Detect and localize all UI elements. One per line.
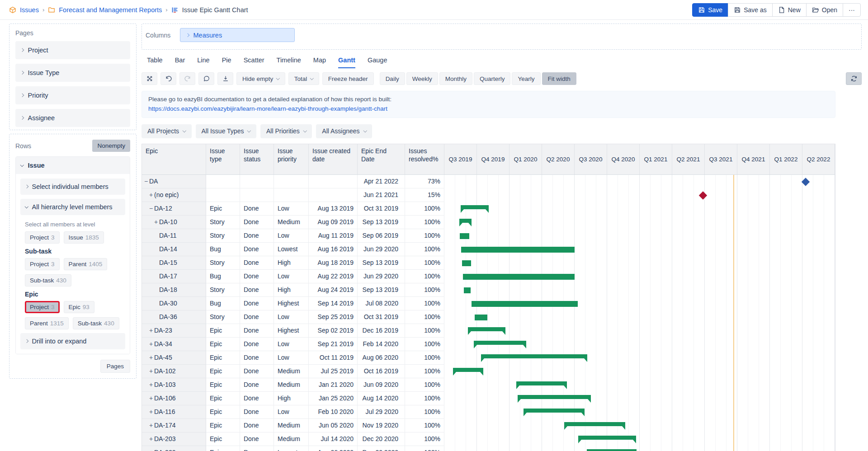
row-expander[interactable]: + [149,365,154,378]
zoom-quarterly[interactable]: Quarterly [474,72,511,85]
refresh-icon-button[interactable] [846,72,862,85]
documentation-link[interactable]: https://docs.eazybi.com/eazybijira/learn… [148,105,387,112]
tab-map[interactable]: Map [313,56,326,68]
open-button[interactable]: Open [806,3,843,17]
issue-status-cell: Done [240,432,274,446]
total-dropdown[interactable]: Total [288,72,319,85]
gantt-bar[interactable] [564,422,625,426]
row-expander[interactable]: − [149,202,154,215]
tab-gantt[interactable]: Gantt [338,56,355,68]
gantt-bar[interactable] [518,395,591,399]
epic-tag-epic[interactable]: Epic93 [64,301,94,313]
zoom-fit-width[interactable]: Fit width [542,72,576,85]
drill-into-or-expand[interactable]: Drill into or expand [20,333,125,349]
gantt-bar[interactable] [524,409,585,413]
column-header-epic-end-date[interactable]: Epic End Date [358,144,405,174]
tab-bar[interactable]: Bar [175,56,185,68]
gantt-bar[interactable] [474,341,526,345]
sidebar-page-item-assignee[interactable]: Assignee [15,109,130,127]
new-button[interactable]: New [772,3,807,17]
move-to-pages-button[interactable]: Pages [100,360,130,373]
gantt-bar[interactable] [461,247,575,253]
gantt-bar[interactable] [460,233,470,239]
issue-status-cell: Done [240,270,274,283]
gantt-bar[interactable] [459,219,472,223]
gantt-bar[interactable] [463,274,575,280]
level-tag-issue[interactable]: Issue1835 [64,231,104,244]
row-expander[interactable]: + [149,351,154,364]
epic-tag-project[interactable]: Project3 [25,301,60,313]
measures-dimension-pill[interactable]: Measures [180,28,295,42]
level-tag-project[interactable]: Project3 [25,231,60,244]
gantt-bar[interactable] [475,315,488,320]
row-expander[interactable]: + [149,188,154,202]
column-header-epic[interactable]: Epic [142,144,206,174]
filter-all-projects[interactable]: All Projects [142,124,192,138]
gantt-bar[interactable] [453,368,483,372]
sidebar-page-item-project[interactable]: Project [15,41,130,59]
tab-scatter[interactable]: Scatter [244,56,264,68]
hide-empty-dropdown[interactable]: Hide empty [236,72,285,85]
issue-dimension-header[interactable]: Issue [16,157,130,174]
zoom-yearly[interactable]: Yearly [512,72,540,85]
breadcrumb-link-folder[interactable]: Forecast and Management Reports [59,6,162,14]
more-actions-button[interactable]: ··· [843,3,861,17]
column-header-issue-created-date[interactable]: Issue created date [309,144,358,174]
row-expander[interactable]: − [144,175,149,188]
tab-line[interactable]: Line [197,56,209,68]
filter-all-issue-types[interactable]: All Issue Types [196,124,256,138]
filter-all-priorities[interactable]: All Priorities [260,124,312,138]
export-icon-button[interactable] [217,72,233,85]
row-expander[interactable]: + [149,338,154,351]
row-expander[interactable]: + [149,405,154,418]
subtask-tag-parent[interactable]: Parent1405 [64,258,108,270]
tab-timeline[interactable]: Timeline [277,56,301,68]
expand-view-icon-button[interactable] [142,72,157,85]
epic-tag-sub-task[interactable]: Sub-task430 [73,317,119,329]
gantt-bar[interactable] [516,381,567,385]
row-expander[interactable]: + [154,216,159,229]
row-expander[interactable]: + [149,392,154,405]
zoom-weekly[interactable]: Weekly [406,72,438,85]
zoom-daily[interactable]: Daily [380,72,405,85]
save-as-button[interactable]: Save as [728,3,773,17]
column-header-issue-status[interactable]: Issue status [240,144,274,174]
all-hierarchy-level-members[interactable]: All hierarchy level members [20,199,125,215]
breadcrumb-link-issues[interactable]: Issues [20,6,39,14]
gantt-bar[interactable] [472,301,577,307]
column-header-issue-type[interactable]: Issue type [206,144,240,174]
row-expander[interactable]: + [149,446,154,451]
row-expander[interactable]: + [149,432,154,446]
tab-table[interactable]: Table [147,56,163,68]
save-button[interactable]: Save [692,3,728,17]
epic-tag-parent[interactable]: Parent1315 [25,317,69,329]
sidebar-page-item-priority[interactable]: Priority [15,86,130,104]
comment-icon-button[interactable] [198,72,214,85]
row-expander[interactable]: + [149,419,154,432]
gantt-milestone-diamond[interactable] [699,191,707,199]
gantt-bar[interactable] [481,354,587,358]
filter-all-assignees[interactable]: All Assignees [316,124,372,138]
nonempty-toggle[interactable]: Nonempty [92,140,130,152]
redo-icon-button[interactable] [179,72,195,85]
undo-icon-button[interactable] [160,72,176,85]
row-expander[interactable]: + [149,324,154,337]
tab-gauge[interactable]: Gauge [368,56,387,68]
gantt-bar[interactable] [462,260,471,266]
row-expander[interactable]: + [149,378,154,391]
freeze-header-button[interactable]: Freeze header [322,72,374,85]
subtask-tag-project[interactable]: Project3 [25,258,60,270]
gantt-bar[interactable] [468,327,505,331]
gantt-milestone-diamond[interactable] [802,178,810,186]
gantt-bar[interactable] [587,449,637,451]
gantt-bar[interactable] [461,205,488,209]
select-individual-members[interactable]: Select individual members [20,179,125,195]
tab-pie[interactable]: Pie [222,56,231,68]
zoom-monthly[interactable]: Monthly [439,72,472,85]
sidebar-page-item-issue-type[interactable]: Issue Type [15,64,130,82]
column-header-issue-priority[interactable]: Issue priority [274,144,309,174]
gantt-bar[interactable] [464,287,471,293]
column-header-issues-resolved-[interactable]: Issues resolved% [405,144,444,174]
gantt-bar[interactable] [578,436,636,440]
subtask-tag-sub-task[interactable]: Sub-task430 [25,274,71,287]
